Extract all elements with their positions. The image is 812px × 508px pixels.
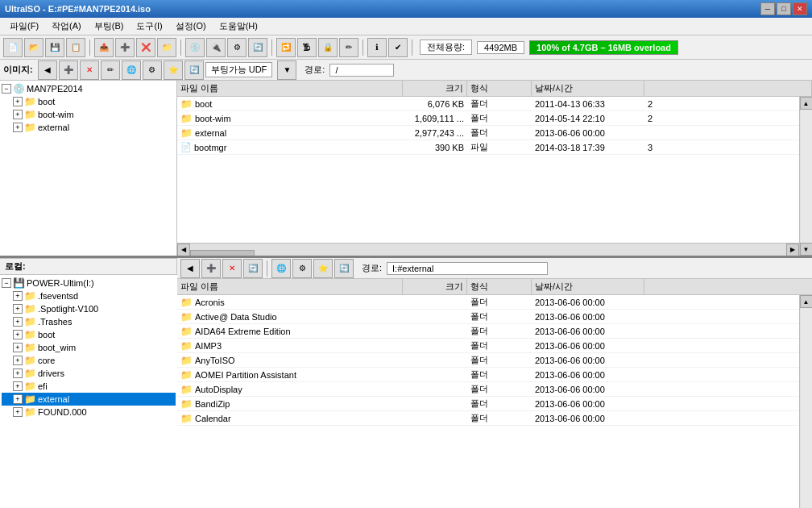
- local-tree-bootwim[interactable]: + 📁 boot_wim: [2, 341, 176, 354]
- iso-refresh[interactable]: 🔄: [184, 60, 204, 80]
- delete-button[interactable]: ❌: [136, 38, 155, 57]
- save-button[interactable]: 💾: [45, 38, 64, 57]
- local-tree-drive[interactable]: − 💾 POWER-Ultim(I:): [2, 277, 176, 289]
- local-add-file[interactable]: ➕: [201, 259, 221, 278]
- local-vscroll-up[interactable]: ▲: [800, 295, 813, 308]
- iso-header-extra[interactable]: [644, 81, 812, 96]
- local-tree-trashes[interactable]: + 📁 .Trashes: [2, 315, 176, 328]
- expand-trashes[interactable]: +: [13, 317, 23, 327]
- refresh-button[interactable]: 🔄: [248, 38, 267, 57]
- menu-boot[interactable]: 부팅(B): [88, 19, 130, 34]
- local-row-5[interactable]: 📁AOMEI Partition Assistant 폴더 2013-06-06…: [177, 368, 799, 382]
- local-tree-external[interactable]: + 📁 external: [2, 393, 176, 406]
- iso-delete[interactable]: ✕: [80, 60, 99, 80]
- check-button[interactable]: ✔: [388, 38, 408, 57]
- local-header-name[interactable]: 파일 이름: [177, 279, 403, 294]
- local-tree-boot[interactable]: + 📁 boot: [2, 328, 176, 341]
- local-refresh[interactable]: 🔄: [243, 259, 263, 278]
- iso-vscroll-track[interactable]: [801, 110, 812, 243]
- iso-prop3[interactable]: ⭐: [164, 60, 183, 80]
- iso-type-expand[interactable]: ▼: [277, 60, 296, 80]
- local-delete[interactable]: ✕: [222, 259, 242, 278]
- menu-tools[interactable]: 도구(I): [130, 19, 168, 34]
- expand-bootwim2[interactable]: +: [13, 343, 23, 352]
- iso-rename[interactable]: ✏: [101, 60, 120, 80]
- local-tree-core[interactable]: + 📁 core: [2, 354, 176, 367]
- maximize-button[interactable]: □: [777, 2, 791, 15]
- newdir-button[interactable]: 📁: [157, 38, 176, 57]
- local-prop2[interactable]: ⚙: [292, 259, 312, 278]
- menu-edit[interactable]: 작업(A): [45, 19, 88, 34]
- local-header-type[interactable]: 형식: [467, 279, 532, 294]
- expand-boot2[interactable]: +: [13, 330, 23, 339]
- menu-settings[interactable]: 설정(O): [169, 19, 213, 34]
- iso-tree-root[interactable]: − 💿 MAN7PE2014: [2, 82, 175, 95]
- encrypt-button[interactable]: 🔒: [318, 38, 338, 57]
- option-button[interactable]: ⚙: [227, 38, 246, 57]
- iso-nav-back[interactable]: ◀: [38, 60, 57, 80]
- local-header-size[interactable]: 크기: [403, 279, 467, 294]
- local-tree-spotlight[interactable]: + 📁 .Spotlight-V100: [2, 302, 176, 315]
- iso-prop2[interactable]: ⚙: [143, 60, 162, 80]
- local-row-1[interactable]: 📁Active@ Data Studio 폴더 2013-06-06 00:00: [177, 310, 799, 324]
- iso-hscroll-right[interactable]: ▶: [786, 244, 799, 256]
- local-row-7[interactable]: 📁BandiZip 폴더 2013-06-06 00:00: [177, 397, 799, 411]
- expand-root[interactable]: −: [2, 84, 11, 94]
- local-row-4[interactable]: 📁AnyToISO 폴더 2013-06-06 00:00: [177, 353, 799, 368]
- local-row-8[interactable]: 📁Calendar 폴더 2013-06-06 00:00: [177, 411, 799, 426]
- local-prop1[interactable]: 🌐: [271, 259, 291, 278]
- mount-button[interactable]: 🔌: [206, 38, 226, 57]
- expand-spotlight[interactable]: +: [13, 304, 23, 314]
- local-tree-found[interactable]: + 📁 FOUND.000: [2, 406, 176, 418]
- local-header-date[interactable]: 날짜/시간: [532, 279, 644, 294]
- expand-drivers[interactable]: +: [13, 369, 23, 378]
- iso-header-type[interactable]: 형식: [467, 81, 532, 96]
- local-row-3[interactable]: 📁AIMP3 폴더 2013-06-06 00:00: [177, 339, 799, 353]
- add-button[interactable]: ➕: [115, 38, 135, 57]
- convert-button[interactable]: 🔁: [276, 38, 296, 57]
- local-row-2[interactable]: 📁AIDA64 Extreme Edition 폴더 2013-06-06 00…: [177, 324, 799, 339]
- menu-file[interactable]: 파일(F): [3, 19, 45, 34]
- expand-found[interactable]: +: [13, 407, 23, 417]
- iso-row-external[interactable]: 📁external 2,977,243 ... 폴더 2013-06-06 00…: [177, 126, 799, 140]
- close-button[interactable]: ✕: [793, 2, 807, 15]
- new-button[interactable]: 📄: [3, 38, 23, 57]
- expand-fseventsd[interactable]: +: [13, 291, 23, 301]
- saveas-button[interactable]: 📋: [66, 38, 85, 57]
- sign-button[interactable]: ✏: [339, 38, 358, 57]
- iso-vscroll-up[interactable]: ▲: [800, 97, 813, 110]
- expand-efi[interactable]: +: [13, 381, 23, 391]
- expand-external2[interactable]: +: [13, 394, 23, 404]
- iso-hscroll-left[interactable]: ◀: [177, 244, 190, 256]
- iso-tree-bootwim[interactable]: + 📁 boot-wim: [2, 108, 175, 121]
- local-prop3[interactable]: ⭐: [313, 259, 333, 278]
- iso-row-bootwim[interactable]: 📁boot-wim 1,609,111 ... 폴더 2014-05-14 22…: [177, 111, 799, 126]
- iso-add-file[interactable]: ➕: [59, 60, 78, 80]
- iso-tree-external[interactable]: + 📁 external: [2, 121, 175, 134]
- extract-button[interactable]: 📤: [94, 38, 114, 57]
- expand-drive[interactable]: −: [2, 278, 11, 288]
- iso-vscroll-down[interactable]: ▼: [800, 243, 813, 256]
- local-tree-efi[interactable]: + 📁 efi: [2, 380, 176, 393]
- open-button[interactable]: 📂: [24, 38, 44, 57]
- local-vscroll-track[interactable]: [801, 308, 812, 508]
- minimize-button[interactable]: ─: [760, 2, 775, 15]
- compress-button[interactable]: 🗜: [297, 38, 317, 57]
- iso-vscroll[interactable]: ▲ ▼: [799, 97, 812, 256]
- expand-bootwim[interactable]: +: [13, 110, 23, 119]
- iso-hscroll[interactable]: ◀ ▶: [177, 243, 799, 256]
- expand-external[interactable]: +: [13, 123, 23, 132]
- local-row-6[interactable]: 📁AutoDisplay 폴더 2013-06-06 00:00: [177, 382, 799, 397]
- iso-tree-boot[interactable]: + 📁 boot: [2, 95, 175, 108]
- iso-row-boot[interactable]: 📁boot 6,076 KB 폴더 2011-04-13 06:33 2: [177, 97, 799, 111]
- local-nav-back[interactable]: ◀: [180, 259, 200, 278]
- local-tree-fseventsd[interactable]: + 📁 .fseventsd: [2, 289, 176, 302]
- iso-prop1[interactable]: 🌐: [122, 60, 141, 80]
- iso-row-bootmgr[interactable]: 📄bootmgr 390 KB 파일 2014-03-18 17:39 3: [177, 140, 799, 155]
- expand-core[interactable]: +: [13, 356, 23, 365]
- iso-header-name[interactable]: 파일 이름: [177, 81, 403, 96]
- info-button[interactable]: ℹ: [367, 38, 387, 57]
- menu-help[interactable]: 도움말(H): [213, 19, 264, 34]
- local-reload[interactable]: 🔄: [334, 259, 354, 278]
- local-vscroll[interactable]: ▲ ▼: [799, 295, 812, 508]
